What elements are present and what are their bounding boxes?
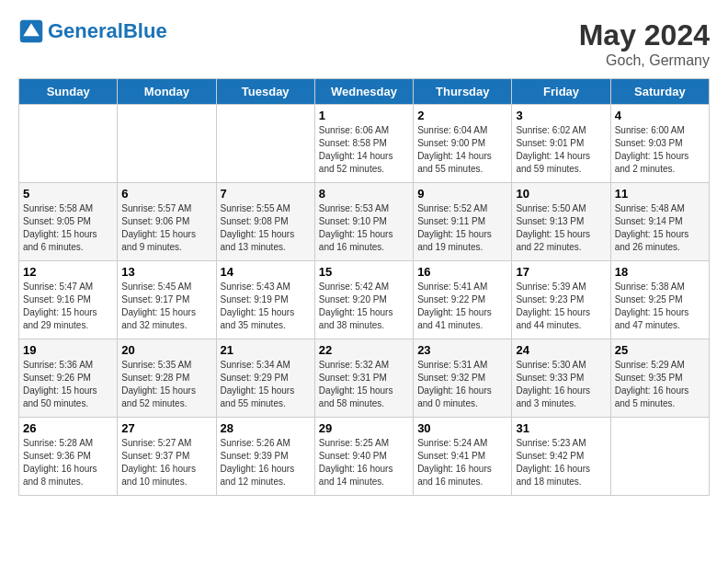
day-info: Sunrise: 6:02 AMSunset: 9:01 PMDaylight:…	[516, 124, 606, 176]
logo-blue: Blue	[123, 19, 167, 42]
calendar-cell: 14Sunrise: 5:43 AMSunset: 9:19 PMDayligh…	[216, 261, 314, 339]
calendar-cell: 30Sunrise: 5:24 AMSunset: 9:41 PMDayligh…	[414, 418, 512, 496]
day-info: Sunrise: 5:32 AMSunset: 9:31 PMDaylight:…	[319, 359, 409, 410]
calendar-header-row: SundayMondayTuesdayWednesdayThursdayFrid…	[19, 79, 710, 105]
calendar-cell: 10Sunrise: 5:50 AMSunset: 9:13 PMDayligh…	[512, 183, 610, 261]
day-info: Sunrise: 5:35 AMSunset: 9:28 PMDaylight:…	[121, 359, 211, 410]
location: Goch, Germany	[579, 52, 710, 69]
calendar-week-row: 12Sunrise: 5:47 AMSunset: 9:16 PMDayligh…	[19, 261, 710, 339]
day-number: 6	[121, 187, 211, 201]
day-of-week-monday: Monday	[118, 79, 216, 105]
calendar-cell: 22Sunrise: 5:32 AMSunset: 9:31 PMDayligh…	[314, 339, 413, 418]
day-number: 7	[221, 187, 311, 201]
calendar-week-row: 1Sunrise: 6:06 AMSunset: 8:58 PMDaylight…	[19, 105, 710, 183]
calendar-cell: 2Sunrise: 6:04 AMSunset: 9:00 PMDaylight…	[414, 105, 512, 183]
day-number: 14	[221, 265, 311, 279]
day-number: 31	[516, 421, 606, 435]
day-number: 10	[516, 187, 606, 201]
calendar-cell: 13Sunrise: 5:45 AMSunset: 9:17 PMDayligh…	[118, 261, 216, 339]
day-info: Sunrise: 6:00 AMSunset: 9:03 PMDaylight:…	[615, 124, 705, 176]
calendar-week-row: 5Sunrise: 5:58 AMSunset: 9:05 PMDaylight…	[19, 183, 710, 261]
calendar-cell: 1Sunrise: 6:06 AMSunset: 8:58 PMDaylight…	[314, 105, 413, 183]
day-number: 24	[516, 343, 606, 357]
day-of-week-sunday: Sunday	[19, 79, 118, 105]
day-info: Sunrise: 5:55 AMSunset: 9:08 PMDaylight:…	[221, 202, 311, 254]
day-number: 12	[23, 265, 113, 279]
day-number: 1	[319, 109, 409, 122]
calendar-cell: 3Sunrise: 6:02 AMSunset: 9:01 PMDaylight…	[512, 105, 610, 183]
calendar-cell: 25Sunrise: 5:29 AMSunset: 9:35 PMDayligh…	[610, 339, 709, 418]
calendar-cell: 26Sunrise: 5:28 AMSunset: 9:36 PMDayligh…	[19, 418, 118, 496]
logo: GeneralBlue	[18, 18, 167, 44]
calendar-cell: 9Sunrise: 5:52 AMSunset: 9:11 PMDaylight…	[414, 183, 512, 261]
day-info: Sunrise: 5:34 AMSunset: 9:29 PMDaylight:…	[221, 359, 311, 410]
day-info: Sunrise: 5:48 AMSunset: 9:14 PMDaylight:…	[615, 202, 705, 254]
calendar-cell: 11Sunrise: 5:48 AMSunset: 9:14 PMDayligh…	[610, 183, 709, 261]
calendar-cell: 12Sunrise: 5:47 AMSunset: 9:16 PMDayligh…	[19, 261, 118, 339]
day-number: 28	[221, 421, 311, 435]
calendar-cell: 29Sunrise: 5:25 AMSunset: 9:40 PMDayligh…	[314, 418, 413, 496]
day-info: Sunrise: 5:57 AMSunset: 9:06 PMDaylight:…	[121, 202, 211, 254]
calendar-cell	[216, 105, 314, 183]
calendar-cell: 4Sunrise: 6:00 AMSunset: 9:03 PMDaylight…	[610, 105, 709, 183]
day-of-week-friday: Friday	[512, 79, 610, 105]
logo-icon	[18, 18, 44, 44]
day-number: 30	[417, 421, 507, 435]
calendar-cell: 17Sunrise: 5:39 AMSunset: 9:23 PMDayligh…	[512, 261, 610, 339]
day-number: 26	[23, 421, 113, 435]
calendar-cell: 6Sunrise: 5:57 AMSunset: 9:06 PMDaylight…	[118, 183, 216, 261]
day-info: Sunrise: 5:25 AMSunset: 9:40 PMDaylight:…	[319, 437, 409, 488]
day-info: Sunrise: 5:58 AMSunset: 9:05 PMDaylight:…	[23, 202, 113, 254]
day-info: Sunrise: 5:27 AMSunset: 9:37 PMDaylight:…	[121, 437, 211, 488]
day-number: 11	[615, 187, 705, 201]
day-number: 27	[121, 421, 211, 435]
calendar-cell	[19, 105, 118, 183]
day-info: Sunrise: 5:47 AMSunset: 9:16 PMDaylight:…	[23, 281, 113, 332]
day-number: 13	[121, 265, 211, 279]
day-info: Sunrise: 5:45 AMSunset: 9:17 PMDaylight:…	[121, 281, 211, 332]
day-number: 25	[615, 343, 705, 357]
day-number: 15	[319, 265, 409, 279]
day-number: 29	[319, 421, 409, 435]
day-number: 8	[319, 187, 409, 201]
day-number: 22	[319, 343, 409, 357]
day-info: Sunrise: 5:24 AMSunset: 9:41 PMDaylight:…	[417, 437, 507, 488]
day-number: 16	[417, 265, 507, 279]
day-info: Sunrise: 5:23 AMSunset: 9:42 PMDaylight:…	[516, 437, 606, 488]
calendar-cell	[610, 418, 709, 496]
day-number: 3	[516, 109, 606, 122]
calendar-cell: 28Sunrise: 5:26 AMSunset: 9:39 PMDayligh…	[216, 418, 314, 496]
title-block: May 2024 Goch, Germany	[579, 18, 710, 69]
calendar-week-row: 19Sunrise: 5:36 AMSunset: 9:26 PMDayligh…	[19, 339, 710, 418]
day-number: 20	[121, 343, 211, 357]
calendar-cell	[118, 105, 216, 183]
calendar-cell: 21Sunrise: 5:34 AMSunset: 9:29 PMDayligh…	[216, 339, 314, 418]
day-info: Sunrise: 6:06 AMSunset: 8:58 PMDaylight:…	[319, 124, 409, 176]
calendar-cell: 20Sunrise: 5:35 AMSunset: 9:28 PMDayligh…	[118, 339, 216, 418]
calendar-cell: 15Sunrise: 5:42 AMSunset: 9:20 PMDayligh…	[314, 261, 413, 339]
calendar-cell: 18Sunrise: 5:38 AMSunset: 9:25 PMDayligh…	[610, 261, 709, 339]
calendar-cell: 23Sunrise: 5:31 AMSunset: 9:32 PMDayligh…	[414, 339, 512, 418]
calendar-cell: 16Sunrise: 5:41 AMSunset: 9:22 PMDayligh…	[414, 261, 512, 339]
day-info: Sunrise: 5:39 AMSunset: 9:23 PMDaylight:…	[516, 281, 606, 332]
day-info: Sunrise: 5:41 AMSunset: 9:22 PMDaylight:…	[417, 281, 507, 332]
day-of-week-tuesday: Tuesday	[216, 79, 314, 105]
day-info: Sunrise: 5:30 AMSunset: 9:33 PMDaylight:…	[516, 359, 606, 410]
page-header: GeneralBlue May 2024 Goch, Germany	[18, 18, 710, 69]
logo-general: General	[48, 19, 123, 42]
day-info: Sunrise: 5:36 AMSunset: 9:26 PMDaylight:…	[23, 359, 113, 410]
day-info: Sunrise: 5:53 AMSunset: 9:10 PMDaylight:…	[319, 202, 409, 254]
calendar-week-row: 26Sunrise: 5:28 AMSunset: 9:36 PMDayligh…	[19, 418, 710, 496]
day-info: Sunrise: 5:29 AMSunset: 9:35 PMDaylight:…	[615, 359, 705, 410]
day-number: 17	[516, 265, 606, 279]
day-number: 21	[221, 343, 311, 357]
day-number: 2	[417, 109, 507, 122]
day-number: 18	[615, 265, 705, 279]
calendar-cell: 5Sunrise: 5:58 AMSunset: 9:05 PMDaylight…	[19, 183, 118, 261]
day-info: Sunrise: 5:42 AMSunset: 9:20 PMDaylight:…	[319, 281, 409, 332]
calendar-cell: 8Sunrise: 5:53 AMSunset: 9:10 PMDaylight…	[314, 183, 413, 261]
day-info: Sunrise: 5:43 AMSunset: 9:19 PMDaylight:…	[221, 281, 311, 332]
day-info: Sunrise: 5:28 AMSunset: 9:36 PMDaylight:…	[23, 437, 113, 488]
day-number: 5	[23, 187, 113, 201]
calendar-table: SundayMondayTuesdayWednesdayThursdayFrid…	[18, 78, 710, 496]
